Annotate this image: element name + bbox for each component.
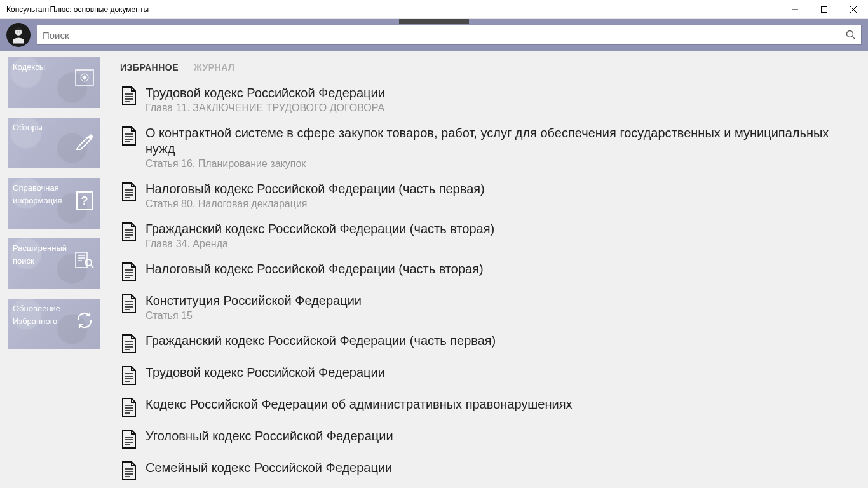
tile-label: Расширенный xyxy=(13,243,67,254)
tile-label: Обновление xyxy=(13,304,60,314)
document-text: Конституция Российской ФедерацииСтатья 1… xyxy=(146,293,362,322)
svg-rect-13 xyxy=(76,252,87,268)
tile-label-2: Избранного xyxy=(13,316,57,326)
document-text: Налоговый кодекс Российской Федерации (ч… xyxy=(146,181,485,210)
document-icon xyxy=(120,222,137,241)
document-title: Трудовой кодекс Российской Федерации xyxy=(146,365,385,381)
document-icon xyxy=(120,294,137,313)
tile-label: Обзоры xyxy=(13,123,43,133)
document-title: Семейный кодекс Российской Федерации xyxy=(146,460,392,476)
document-icon xyxy=(120,430,137,449)
minimize-icon xyxy=(792,6,798,13)
document-row[interactable]: О контрактной системе в сфере закупок то… xyxy=(120,125,855,170)
refresh-icon xyxy=(74,310,95,330)
grip-handle[interactable] xyxy=(399,19,469,24)
document-icon xyxy=(120,86,137,105)
document-text: Уголовный кодекс Российской Федерации xyxy=(146,428,393,444)
svg-point-7 xyxy=(19,31,20,32)
document-text: О контрактной системе в сфере закупок то… xyxy=(146,125,855,170)
emblem-icon xyxy=(74,67,95,88)
sidebar-tile-reviews[interactable]: Обзоры xyxy=(8,118,100,168)
search-icon xyxy=(846,30,856,40)
document-icon xyxy=(120,182,137,201)
tile-label-2: информация xyxy=(13,196,62,205)
document-subtitle: Статья 15 xyxy=(146,310,362,322)
document-text: Кодекс Российской Федерации об администр… xyxy=(146,396,573,412)
document-text: Гражданский кодекс Российской Федерации … xyxy=(146,221,494,250)
question-icon: ? xyxy=(74,191,95,211)
document-text: Трудовой кодекс Российской Федерации xyxy=(146,365,385,381)
tabs: ИЗБРАННОЕ ЖУРНАЛ xyxy=(120,62,855,72)
svg-point-6 xyxy=(17,31,18,32)
document-row[interactable]: Трудовой кодекс Российской Федерации xyxy=(120,365,855,385)
document-icon xyxy=(120,366,137,385)
document-text: Гражданский кодекс Российской Федерации … xyxy=(146,333,496,349)
document-row[interactable]: Налоговый кодекс Российской Федерации (ч… xyxy=(120,261,855,281)
document-row[interactable]: Конституция Российской ФедерацииСтатья 1… xyxy=(120,293,855,322)
document-text: Трудовой кодекс Российской ФедерацииГлав… xyxy=(146,85,385,114)
sidebar-tile-refresh-favorites[interactable]: Обновление Избранного xyxy=(8,299,100,349)
svg-point-14 xyxy=(85,259,92,266)
document-row[interactable]: Семейный кодекс Российской Федерации xyxy=(120,460,855,480)
tab-journal[interactable]: ЖУРНАЛ xyxy=(194,62,234,72)
sidebar-tile-reference[interactable]: Справочная информация ? xyxy=(8,178,100,229)
document-title: Гражданский кодекс Российской Федерации … xyxy=(146,333,496,349)
search-box[interactable] xyxy=(37,25,862,45)
sidebar-tile-advanced-search[interactable]: Расширенный поиск xyxy=(8,238,100,289)
document-subtitle: Статья 16. Планирование закупок xyxy=(146,158,855,170)
main-content: ИЗБРАННОЕ ЖУРНАЛ Трудовой кодекс Российс… xyxy=(105,51,868,488)
maximize-icon xyxy=(821,6,827,13)
close-button[interactable] xyxy=(839,0,868,19)
document-title: Налоговый кодекс Российской Федерации (ч… xyxy=(146,261,484,277)
logo-icon xyxy=(9,25,28,44)
document-text: Налоговый кодекс Российской Федерации (ч… xyxy=(146,261,484,277)
tab-favorites[interactable]: ИЗБРАННОЕ xyxy=(120,62,179,72)
tile-label: Кодексы xyxy=(13,62,45,72)
document-row[interactable]: Гражданский кодекс Российской Федерации … xyxy=(120,333,855,353)
minimize-button[interactable] xyxy=(780,0,810,19)
document-row[interactable]: Кодекс Российской Федерации об администр… xyxy=(120,396,855,417)
document-icon xyxy=(120,398,137,417)
svg-rect-0 xyxy=(822,6,827,12)
document-icon xyxy=(120,334,137,353)
topbar xyxy=(0,19,868,51)
maximize-button[interactable] xyxy=(810,0,839,19)
document-row[interactable]: Гражданский кодекс Российской Федерации … xyxy=(120,221,855,250)
svg-text:?: ? xyxy=(81,194,88,207)
document-title: Кодекс Российской Федерации об администр… xyxy=(146,396,573,412)
document-row[interactable]: Налоговый кодекс Российской Федерации (ч… xyxy=(120,181,855,210)
document-row[interactable]: Трудовой кодекс Российской ФедерацииГлав… xyxy=(120,85,855,114)
document-icon xyxy=(120,461,137,480)
svg-point-8 xyxy=(847,31,853,37)
document-subtitle: Статья 80. Налоговая декларация xyxy=(146,198,485,210)
tile-label: Справочная xyxy=(13,183,59,193)
sidebar-tile-codes[interactable]: Кодексы xyxy=(8,57,100,108)
app-logo[interactable] xyxy=(6,23,31,47)
pen-icon xyxy=(74,130,95,151)
search-doc-icon xyxy=(74,250,95,270)
document-title: Гражданский кодекс Российской Федерации … xyxy=(146,221,494,237)
titlebar: КонсультантПлюс: основные документы xyxy=(0,0,868,19)
document-subtitle: Глава 34. Аренда xyxy=(146,238,494,250)
window-title: КонсультантПлюс: основные документы xyxy=(6,5,149,14)
sidebar: Кодексы Обзоры Справочная информация ? xyxy=(0,51,105,488)
document-icon xyxy=(120,262,137,281)
document-title: Уголовный кодекс Российской Федерации xyxy=(146,428,393,444)
document-text: Семейный кодекс Российской Федерации xyxy=(146,460,392,476)
document-list: Трудовой кодекс Российской ФедерацииГлав… xyxy=(120,85,855,480)
document-subtitle: Глава 11. ЗАКЛЮЧЕНИЕ ТРУДОВОГО ДОГОВОРА xyxy=(146,102,385,114)
svg-rect-5 xyxy=(18,27,20,29)
search-input[interactable] xyxy=(43,30,846,41)
tile-label-2: поиск xyxy=(13,256,34,266)
document-title: Налоговый кодекс Российской Федерации (ч… xyxy=(146,181,485,197)
body: Кодексы Обзоры Справочная информация ? xyxy=(0,51,868,488)
window-controls xyxy=(780,0,868,19)
document-title: Конституция Российской Федерации xyxy=(146,293,362,309)
document-title: О контрактной системе в сфере закупок то… xyxy=(146,125,855,157)
document-icon xyxy=(120,126,137,146)
document-title: Трудовой кодекс Российской Федерации xyxy=(146,85,385,101)
close-icon xyxy=(850,6,857,13)
document-row[interactable]: Уголовный кодекс Российской Федерации xyxy=(120,428,855,449)
